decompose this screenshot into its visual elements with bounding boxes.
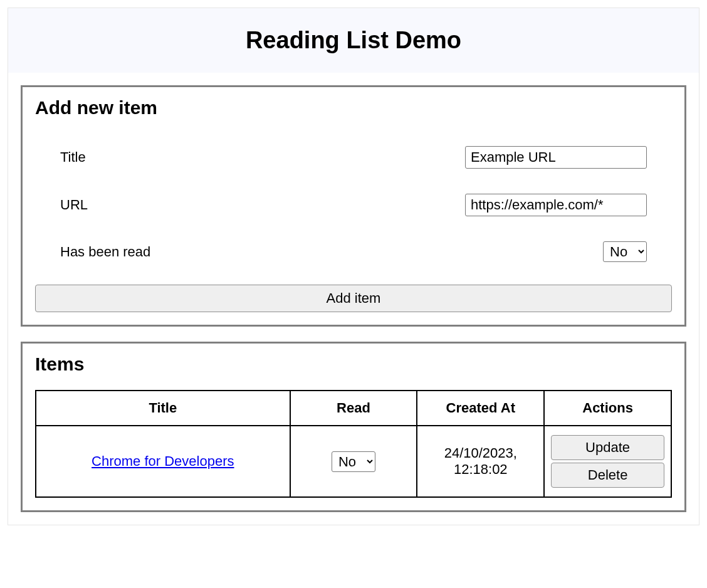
url-label: URL [60,197,88,213]
table-row: Chrome for Developers No Yes 24/10/2023,… [36,426,671,497]
add-item-section: Add new item Title URL Has been read No … [21,85,686,327]
delete-button[interactable]: Delete [551,463,664,488]
col-header-created-at: Created At [417,391,544,426]
items-heading: Items [35,354,672,375]
row-read-select[interactable]: No Yes [332,451,375,472]
col-header-read: Read [290,391,417,426]
has-read-row: Has been read No Yes [35,229,672,275]
cell-actions: Update Delete [544,426,671,497]
col-header-actions: Actions [544,391,671,426]
url-input[interactable] [465,194,647,216]
page-header: Reading List Demo [8,8,699,73]
title-label: Title [60,149,86,165]
page-title: Reading List Demo [21,27,686,54]
update-button[interactable]: Update [551,435,664,460]
cell-title: Chrome for Developers [36,426,290,497]
items-table: Title Read Created At Actions Chrome for… [35,390,672,498]
has-read-select[interactable]: No Yes [603,241,647,262]
app-container: Reading List Demo Add new item Title URL… [8,8,699,525]
title-input[interactable] [465,146,647,169]
has-read-label: Has been read [60,244,150,260]
add-item-heading: Add new item [35,97,672,118]
page-content: Add new item Title URL Has been read No … [8,73,699,525]
cell-created-at: 24/10/2023, 12:18:02 [417,426,544,497]
add-item-button[interactable]: Add item [35,285,672,312]
table-header-row: Title Read Created At Actions [36,391,671,426]
cell-read: No Yes [290,426,417,497]
item-title-link[interactable]: Chrome for Developers [92,453,234,469]
col-header-title: Title [36,391,290,426]
url-row: URL [35,181,672,229]
items-section: Items Title Read Created At Actions Chro… [21,342,686,512]
title-row: Title [35,134,672,181]
